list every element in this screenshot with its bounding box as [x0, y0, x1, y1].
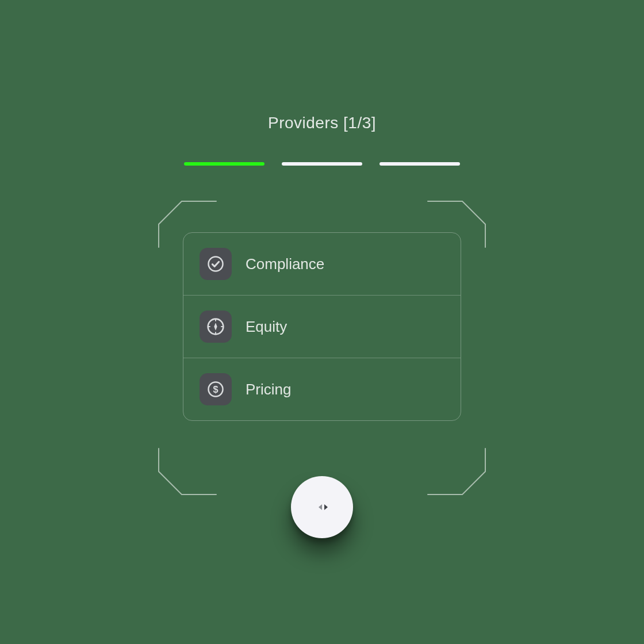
carousel-nav-button[interactable]	[291, 476, 353, 538]
option-compliance[interactable]: Compliance	[183, 233, 461, 296]
option-label: Pricing	[246, 381, 291, 398]
progress-step-1	[184, 162, 264, 166]
option-pricing[interactable]: $ Pricing	[183, 358, 461, 420]
svg-marker-6	[214, 323, 217, 330]
dollar-icon: $	[200, 373, 232, 405]
svg-point-0	[209, 257, 223, 271]
check-icon	[200, 248, 232, 280]
options-card: Compliance Equity	[183, 232, 461, 421]
progress-step-3	[379, 162, 460, 166]
left-right-arrows-icon	[310, 501, 334, 513]
option-label: Equity	[246, 318, 287, 336]
svg-text:$: $	[213, 384, 218, 394]
option-equity[interactable]: Equity	[183, 296, 461, 358]
compass-icon	[200, 310, 232, 343]
svg-marker-10	[324, 504, 328, 510]
page-title: Providers [1/3]	[0, 114, 644, 132]
progress-indicator	[184, 162, 460, 166]
progress-step-2	[282, 162, 362, 166]
svg-marker-9	[319, 504, 322, 510]
option-label: Compliance	[246, 255, 324, 273]
